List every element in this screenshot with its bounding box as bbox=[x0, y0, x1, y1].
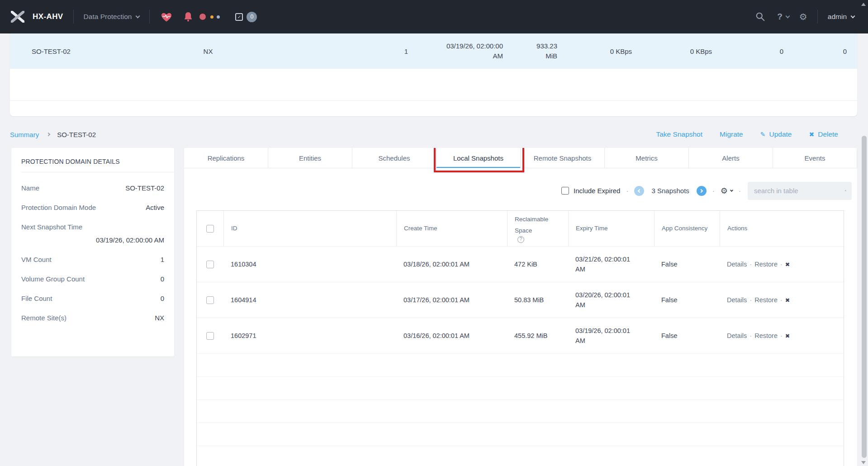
column-header-app-consistency[interactable]: App Consistency bbox=[654, 211, 720, 246]
select-all-checkbox[interactable] bbox=[206, 225, 214, 233]
row-checkbox[interactable] bbox=[206, 296, 214, 304]
column-header-reclaimable-space[interactable]: Reclaimable Space? bbox=[507, 211, 568, 246]
scrollbar-down-arrow[interactable] bbox=[861, 461, 866, 464]
protection-domain-detail-card: Replications Entities Schedules Local Sn… bbox=[184, 148, 857, 466]
migrate-button[interactable]: Migrate bbox=[720, 130, 743, 138]
chevron-right-icon bbox=[47, 133, 50, 136]
table-settings-gear-icon[interactable]: ⚙ bbox=[721, 187, 733, 195]
include-expired-label: Include Expired bbox=[574, 187, 620, 195]
critical-alert-dot-icon[interactable] bbox=[199, 14, 206, 20]
overview-row-selected[interactable]: SO-TEST-02 NX 1 03/19/26, 02:00:00 AM 93… bbox=[10, 33, 857, 69]
column-header-id[interactable]: ID bbox=[223, 211, 396, 246]
pagination-prev-button[interactable] bbox=[634, 186, 644, 196]
snapshot-row[interactable]: 1610304 03/18/26, 02:00:01 AM 472 KiB 03… bbox=[197, 246, 844, 282]
details-panel-title: PROTECTION DOMAIN DETAILS bbox=[11, 148, 174, 172]
reclaimable-space-cell: 472 KiB bbox=[507, 261, 568, 268]
search-icon bbox=[845, 187, 846, 195]
chevron-down-icon[interactable] bbox=[785, 14, 790, 18]
tab-local-snapshots[interactable]: Local Snapshots bbox=[436, 148, 521, 168]
chevron-left-icon bbox=[638, 189, 641, 192]
create-time-cell: 03/18/26, 02:00:01 AM bbox=[396, 261, 507, 268]
tab-bar: Replications Entities Schedules Local Sn… bbox=[184, 148, 857, 168]
delete-button[interactable]: ✖Delete bbox=[809, 130, 838, 138]
gear-icon[interactable]: ⚙ bbox=[799, 12, 807, 21]
details-link[interactable]: Details bbox=[727, 261, 747, 268]
page-actions: Take Snapshot Migrate ✎Update ✖Delete bbox=[656, 130, 858, 138]
row-checkbox[interactable] bbox=[206, 261, 214, 268]
tab-metrics[interactable]: Metrics bbox=[605, 148, 689, 168]
snapshot-id-cell: 1602971 bbox=[223, 332, 396, 339]
create-time-cell: 03/16/26, 02:00:01 AM bbox=[396, 332, 507, 339]
details-row-volume-group-count: Volume Group Count 0 bbox=[11, 275, 174, 283]
divider bbox=[21, 172, 174, 172]
pagination-next-button[interactable] bbox=[697, 186, 707, 196]
update-button[interactable]: ✎Update bbox=[760, 130, 792, 138]
overview-name-cell: SO-TEST-02 bbox=[32, 48, 156, 55]
tab-alerts[interactable]: Alerts bbox=[689, 148, 773, 168]
take-snapshot-button[interactable]: Take Snapshot bbox=[656, 130, 703, 138]
expiry-time-cell: 03/19/26, 02:00:01 AM bbox=[568, 326, 654, 346]
table-search-input[interactable] bbox=[753, 186, 845, 195]
delete-snapshot-x-icon[interactable]: ✖ bbox=[785, 333, 790, 339]
navbar-right: ? ⚙ admin bbox=[755, 10, 868, 24]
separator-dot: · bbox=[739, 187, 741, 195]
help-tooltip-icon[interactable]: ? bbox=[517, 236, 524, 243]
navbar-left: HX-AHV Data Protection ✓ bbox=[0, 10, 257, 24]
restore-link[interactable]: Restore bbox=[754, 261, 778, 268]
health-status-icons bbox=[160, 11, 220, 22]
warning-dot-icon[interactable] bbox=[210, 15, 213, 19]
separator-dot: · bbox=[626, 187, 628, 195]
empty-table-row bbox=[197, 446, 844, 466]
row-actions-cell: Details·Restore·✖ bbox=[720, 332, 844, 339]
tab-remote-snapshots[interactable]: Remote Snapshots bbox=[521, 148, 605, 168]
section-menu-label: Data Protection bbox=[84, 13, 132, 21]
overview-remote-site-cell: NX bbox=[156, 48, 260, 55]
cluster-name: HX-AHV bbox=[33, 12, 63, 21]
overview-vm-count-cell: 1 bbox=[260, 48, 408, 55]
protection-domain-overview-card: SO-TEST-02 NX 1 03/19/26, 02:00:00 AM 93… bbox=[10, 33, 857, 116]
row-checkbox[interactable] bbox=[206, 332, 214, 340]
delete-snapshot-x-icon[interactable]: ✖ bbox=[785, 297, 790, 304]
breadcrumb-summary-link[interactable]: Summary bbox=[10, 131, 39, 138]
chevron-down-icon bbox=[730, 189, 733, 192]
details-link[interactable]: Details bbox=[727, 332, 747, 339]
tasks-checklist-icon[interactable]: ✓ bbox=[235, 13, 243, 21]
column-header-create-time[interactable]: Create Time bbox=[396, 211, 507, 246]
delete-snapshot-x-icon[interactable]: ✖ bbox=[785, 262, 790, 268]
tab-schedules[interactable]: Schedules bbox=[352, 148, 436, 168]
tab-replications[interactable]: Replications bbox=[184, 148, 268, 168]
user-menu[interactable]: admin bbox=[828, 13, 854, 21]
details-row-next-snapshot: Next Snapshot Time 03/19/26, 02:00:00 AM bbox=[11, 223, 174, 244]
overview-count-b-cell: 0 bbox=[783, 48, 847, 55]
scrollbar-up-arrow[interactable] bbox=[861, 3, 866, 6]
details-link[interactable]: Details bbox=[727, 296, 747, 304]
breadcrumb-current: SO-TEST-02 bbox=[57, 131, 96, 138]
health-heart-icon[interactable] bbox=[161, 11, 172, 22]
table-search-box bbox=[748, 182, 852, 200]
remote-site-link[interactable]: NX bbox=[155, 314, 164, 322]
tasks-count-badge[interactable]: 0 bbox=[247, 12, 257, 22]
snapshot-row[interactable]: 1602971 03/16/26, 02:00:01 AM 455.92 MiB… bbox=[197, 318, 844, 353]
tab-events[interactable]: Events bbox=[773, 148, 857, 168]
app-consistency-cell: False bbox=[654, 296, 720, 304]
include-expired-checkbox[interactable] bbox=[561, 187, 569, 195]
overview-empty-row bbox=[10, 69, 857, 101]
chevron-down-icon bbox=[136, 14, 140, 18]
nutanix-logo-icon[interactable] bbox=[11, 11, 24, 23]
details-row-vm-count: VM Count 1 bbox=[11, 256, 174, 263]
scrollbar-thumb[interactable] bbox=[862, 136, 867, 458]
snapshot-row[interactable]: 1604914 03/17/26, 02:00:01 AM 50.83 MiB … bbox=[197, 282, 844, 318]
section-menu-dropdown[interactable]: Data Protection bbox=[84, 13, 140, 21]
search-icon[interactable] bbox=[755, 12, 765, 22]
status-cell bbox=[10, 48, 32, 55]
x-icon: ✖ bbox=[809, 131, 814, 138]
restore-link[interactable]: Restore bbox=[754, 296, 778, 304]
help-icon[interactable]: ? bbox=[777, 12, 783, 22]
create-time-cell: 03/17/26, 02:00:01 AM bbox=[396, 296, 507, 304]
details-row-name: Name SO-TEST-02 bbox=[11, 184, 174, 192]
tab-entities[interactable]: Entities bbox=[268, 148, 352, 168]
restore-link[interactable]: Restore bbox=[754, 332, 778, 339]
alerts-bell-icon[interactable] bbox=[183, 11, 193, 22]
column-header-expiry-time[interactable]: Expiry Time bbox=[568, 211, 654, 246]
info-dot-icon[interactable] bbox=[217, 15, 220, 19]
